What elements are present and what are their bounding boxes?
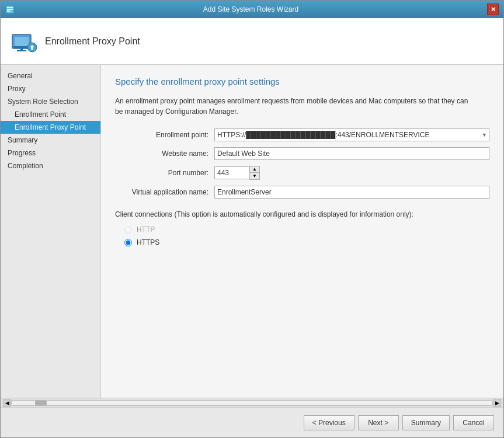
svg-rect-8 [17,50,26,51]
enrollment-point-select-wrapper: HTTPS://██████████████████:443/ENROLLMEN… [214,128,489,141]
page-description: An enrollment proxy point manages enroll… [115,96,477,117]
header-bar: Enrollment Proxy Point [1,18,503,65]
cancel-button[interactable]: Cancel [453,415,494,430]
summary-button[interactable]: Summary [402,415,450,430]
svg-rect-5 [15,37,29,46]
enrollment-point-row: Enrollment point: HTTPS://██████████████… [115,128,489,141]
spinner-down-button[interactable]: ▼ [250,173,259,179]
sidebar-item-system-role-selection[interactable]: System Role Selection [1,95,100,108]
main-content: Specify the enrollment proxy point setti… [101,65,503,398]
scrollbar-thumb[interactable] [35,401,47,405]
next-button[interactable]: Next > [358,415,399,430]
website-name-input[interactable] [214,147,489,160]
port-number-label: Port number: [115,169,214,177]
sidebar-item-general[interactable]: General [1,69,100,82]
sidebar-item-enrollment-point[interactable]: Enrollment Point [1,108,100,121]
svg-rect-1 [7,7,13,8]
sidebar-item-completion[interactable]: Completion [1,159,100,172]
svg-rect-2 [7,9,13,10]
header-title: Enrollment Proxy Point [45,36,140,47]
spinner-buttons: ▲ ▼ [249,166,260,180]
title-bar: Add Site System Roles Wizard ✕ [1,1,503,18]
sidebar: General Proxy System Role Selection Enro… [1,65,101,398]
header-icon [10,27,38,55]
port-number-spinner: ▲ ▼ [214,166,260,180]
spinner-up-button[interactable]: ▲ [250,166,259,173]
connections-label: Client connections (This option is autom… [115,210,489,218]
https-radio[interactable] [124,239,132,246]
port-number-row: Port number: ▲ ▼ [115,166,489,180]
scrollbar-area: ◀ ▶ [1,398,503,407]
sidebar-item-progress[interactable]: Progress [1,147,100,159]
svg-rect-7 [20,48,23,50]
content-area: General Proxy System Role Selection Enro… [1,65,503,398]
website-name-row: Website name: [115,147,489,160]
svg-rect-3 [7,11,11,12]
close-button[interactable]: ✕ [487,4,499,15]
scrollbar-track [11,400,493,406]
http-radio-row: HTTP [115,225,489,234]
http-radio[interactable] [124,226,132,234]
virtual-app-input[interactable] [214,186,489,199]
http-label: HTTP [137,225,155,234]
sidebar-item-proxy[interactable]: Proxy [1,82,100,95]
sidebar-item-enrollment-proxy-point[interactable]: Enrollment Proxy Point [1,121,100,134]
connections-section: Client connections (This option is autom… [115,210,489,246]
https-label: HTTPS [137,238,159,246]
website-name-label: Website name: [115,150,214,158]
window-title: Add Site System Roles Wizard [15,5,487,13]
scroll-left-button[interactable]: ◀ [3,399,11,407]
enrollment-point-select[interactable]: HTTPS://██████████████████:443/ENROLLMEN… [214,128,489,141]
port-number-input[interactable] [214,166,249,179]
virtual-app-row: Virtual application name: [115,186,489,199]
main-window: Add Site System Roles Wizard ✕ Enrollmen… [0,0,504,438]
virtual-app-label: Virtual application name: [115,188,214,196]
enrollment-point-label: Enrollment point: [115,131,214,139]
page-title: Specify the enrollment proxy point setti… [115,77,489,86]
sidebar-item-summary[interactable]: Summary [1,134,100,147]
scroll-right-button[interactable]: ▶ [493,399,501,407]
https-radio-row: HTTPS [115,238,489,246]
previous-button[interactable]: < Previous [304,415,354,430]
footer: < Previous Next > Summary Cancel [1,407,503,437]
app-icon [5,5,15,14]
